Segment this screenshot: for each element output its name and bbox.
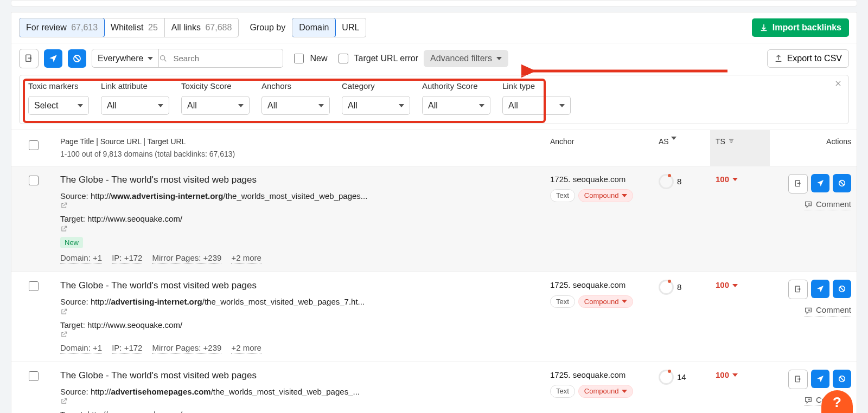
row-comment-button[interactable]: Comment	[804, 199, 851, 210]
row-whitelist-button[interactable]	[788, 280, 808, 299]
filter-value: All	[428, 100, 438, 112]
row-checkbox[interactable]	[29, 176, 39, 185]
filter-dropdown[interactable]: All	[422, 96, 490, 115]
row-as: 8	[653, 272, 710, 362]
as-value: 14	[677, 372, 686, 383]
col-ts[interactable]: TS	[710, 130, 770, 166]
target-err-checkbox-input[interactable]	[339, 54, 348, 63]
ts-value: 100	[716, 370, 729, 380]
row-send-button[interactable]	[811, 280, 829, 298]
group-by-url[interactable]: URL	[335, 18, 366, 37]
source-url[interactable]: http://advertisehomepages.com/the_worlds…	[91, 387, 360, 396]
row-main: The Globe - The world's most visited web…	[55, 166, 545, 272]
tab-label: Whitelist	[111, 23, 143, 32]
col-as[interactable]: AS	[653, 130, 710, 166]
row-actions: Comment	[770, 166, 857, 272]
row-whitelist-button[interactable]	[788, 370, 808, 389]
import-backlinks-button[interactable]: Import backlinks	[752, 18, 849, 37]
row-main: The Globe - The world's most visited web…	[55, 272, 545, 362]
tab-for-review[interactable]: For review 67,613	[19, 18, 105, 37]
row-disavow-button[interactable]	[833, 280, 851, 298]
row-actions: Comment	[770, 272, 857, 362]
filter-dropdown[interactable]: Select	[28, 96, 89, 115]
source-url[interactable]: http://advertising-internet.org/the_worl…	[91, 297, 365, 306]
group-by-label: Group by	[250, 22, 285, 34]
external-link-icon[interactable]	[60, 308, 539, 315]
meta-item[interactable]: +2 more	[231, 343, 261, 354]
chevron-down-icon	[318, 104, 324, 107]
move-to-whitelist-button[interactable]	[19, 49, 39, 68]
search-scope-dropdown[interactable]: Everywhere	[92, 49, 159, 68]
row-whitelist-button[interactable]	[788, 174, 808, 193]
external-link-icon[interactable]	[60, 202, 539, 209]
ts-value: 100	[716, 280, 729, 291]
svg-point-2	[161, 55, 165, 60]
close-filters-button[interactable]	[834, 80, 842, 87]
filter-dropdown[interactable]: All	[261, 96, 330, 115]
col-page-title: Page Title | Source URL | Target URL 1-1…	[55, 130, 545, 166]
filter-value: All	[187, 100, 197, 112]
row-ts[interactable]: 100	[710, 272, 770, 362]
new-checkbox[interactable]: New	[292, 52, 327, 65]
chevron-down-icon	[496, 57, 502, 60]
row-checkbox[interactable]	[29, 371, 39, 381]
meta-item[interactable]: Domain: +1	[60, 343, 102, 354]
filter-dropdown[interactable]: All	[502, 96, 571, 115]
anchor-text: 1725. seoquake.com	[550, 370, 648, 380]
row-title: The Globe - The world's most visited web…	[60, 280, 539, 292]
send-button[interactable]	[44, 49, 62, 68]
row-disavow-button[interactable]	[833, 174, 851, 192]
row-metas: Domain: +1IP: +172Mirror Pages: +239+2 m…	[60, 343, 539, 354]
filter-dropdown[interactable]: All	[181, 96, 250, 115]
search-input[interactable]	[172, 53, 277, 63]
row-disavow-button[interactable]	[833, 370, 851, 388]
table-row: The Globe - The world's most visited web…	[11, 166, 857, 272]
external-link-icon[interactable]	[60, 397, 539, 405]
row-comment-button[interactable]: Comment	[804, 305, 851, 316]
row-ts[interactable]: 100	[710, 362, 770, 413]
row-source: Source: http://advertisehomepages.com/th…	[60, 386, 539, 405]
select-all-checkbox[interactable]	[29, 140, 39, 150]
advanced-filters-button[interactable]: Advanced filters	[424, 50, 508, 67]
export-csv-button[interactable]: Export to CSV	[767, 49, 849, 68]
external-link-icon[interactable]	[60, 225, 539, 233]
anchor-text: 1725. seoquake.com	[550, 280, 648, 291]
group-by-domain[interactable]: Domain	[292, 18, 336, 37]
row-ts[interactable]: 100	[710, 166, 770, 272]
meta-item[interactable]: Mirror Pages: +239	[152, 343, 221, 354]
tab-whitelist[interactable]: Whitelist 25	[104, 18, 165, 37]
row-source: Source: http://www.advertising-internet.…	[60, 191, 539, 209]
target-url-error-checkbox[interactable]: Target URL error	[336, 52, 419, 65]
row-send-button[interactable]	[811, 370, 829, 388]
external-link-icon[interactable]	[60, 331, 539, 338]
row-main: The Globe - The world's most visited web…	[55, 362, 545, 413]
adv-filters-label: Advanced filters	[430, 54, 492, 63]
filter-dropdown[interactable]: All	[342, 96, 410, 115]
filter-label: Authority Score	[422, 81, 490, 92]
target-url[interactable]: http://www.seoquake.com/	[87, 320, 182, 330]
source-url[interactable]: http://www.advertising-internet.org/the_…	[91, 191, 368, 201]
download-icon	[760, 23, 768, 32]
tag-compound[interactable]: Compound	[578, 295, 634, 308]
row-checkbox[interactable]	[29, 281, 39, 291]
meta-item[interactable]: Domain: +1	[60, 253, 102, 264]
filter-dropdown[interactable]: All	[101, 96, 169, 115]
disavow-button[interactable]	[68, 49, 86, 68]
chevron-down-icon	[622, 300, 627, 303]
new-badge: New	[60, 237, 83, 249]
col-actions: Actions	[770, 130, 857, 166]
meta-item[interactable]: IP: +172	[112, 343, 142, 354]
block-icon	[72, 54, 82, 63]
chevron-down-icon	[559, 104, 565, 107]
row-send-button[interactable]	[811, 174, 829, 192]
tag-compound[interactable]: Compound	[578, 189, 634, 202]
meta-item[interactable]: +2 more	[231, 253, 261, 264]
target-url[interactable]: http://www.seoquake.com/	[87, 410, 182, 413]
new-checkbox-input[interactable]	[294, 54, 304, 63]
tab-all-links[interactable]: All links 67,688	[165, 18, 239, 37]
tag-compound[interactable]: Compound	[578, 385, 634, 398]
meta-item[interactable]: IP: +172	[112, 253, 142, 264]
meta-item[interactable]: Mirror Pages: +239	[152, 253, 221, 264]
target-url[interactable]: http://www.seoquake.com/	[87, 214, 182, 223]
row-select	[11, 272, 55, 362]
